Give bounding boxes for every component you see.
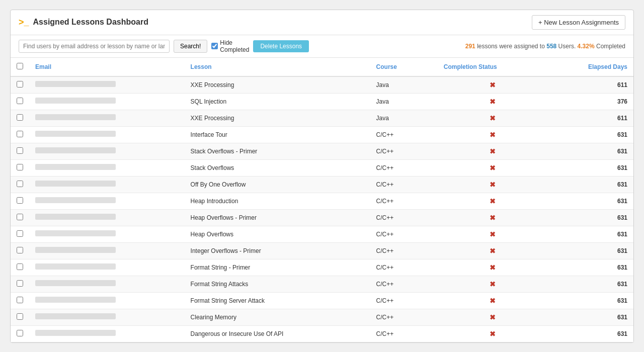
row-checkbox[interactable] [17, 147, 23, 154]
row-course-cell: C/C++ [370, 209, 438, 226]
table-wrapper: Email Lesson Course Completion Status El… [11, 58, 633, 342]
row-check-cell [11, 242, 29, 259]
row-check-cell [11, 209, 29, 226]
row-checkbox[interactable] [17, 230, 23, 237]
table-row: Stack Overflows C/C++ ✖ 631 [11, 159, 633, 176]
row-course-cell: C/C++ [370, 259, 438, 276]
col-header-elapsed: Elapsed Days [547, 58, 633, 76]
email-blur [35, 297, 116, 303]
hide-completed-checkbox[interactable] [211, 43, 218, 49]
row-checkbox[interactable] [17, 297, 23, 303]
row-checkbox[interactable] [17, 164, 23, 170]
row-check-cell [11, 193, 29, 209]
row-course-cell: C/C++ [370, 242, 438, 259]
stat-completed: Completed [596, 43, 625, 50]
email-blur [35, 214, 116, 220]
email-blur [35, 164, 116, 170]
stat-prefix: lessons were assigned to [477, 43, 546, 50]
row-elapsed-cell: 631 [547, 176, 633, 193]
row-checkbox[interactable] [17, 131, 23, 137]
row-checkbox[interactable] [17, 114, 23, 121]
row-email-cell [29, 159, 185, 176]
row-course-cell: C/C++ [370, 159, 438, 176]
email-blur [35, 131, 116, 137]
row-checkbox[interactable] [17, 313, 23, 320]
row-course-cell: C/C++ [370, 309, 438, 325]
table-row: Heap Overflows - Primer C/C++ ✖ 631 [11, 209, 633, 226]
row-lesson-cell: Integer Overflows - Primer [185, 242, 370, 259]
row-check-cell [11, 93, 29, 110]
email-blur [35, 263, 116, 270]
row-check-cell [11, 259, 29, 276]
row-checkbox[interactable] [17, 197, 23, 204]
row-elapsed-cell: 631 [547, 276, 633, 292]
email-blur [35, 181, 116, 187]
table-row: Off By One Overflow C/C++ ✖ 631 [11, 176, 633, 193]
email-blur [35, 313, 116, 319]
email-blur [35, 247, 116, 253]
col-header-lesson: Lesson [185, 58, 370, 76]
row-status-cell: ✖ [438, 209, 547, 226]
row-course-cell: C/C++ [370, 193, 438, 209]
row-lesson-cell: Format String - Primer [185, 259, 370, 276]
row-email-cell [29, 292, 185, 309]
row-email-cell [29, 209, 185, 226]
row-check-cell [11, 159, 29, 176]
search-button[interactable]: Search! [174, 40, 207, 53]
new-lesson-button[interactable]: + New Lesson Assignments [532, 15, 625, 30]
row-lesson-cell: XXE Processing [185, 76, 370, 94]
status-x-icon: ✖ [490, 181, 496, 189]
row-checkbox[interactable] [17, 214, 23, 220]
row-email-cell [29, 242, 185, 259]
row-email-cell [29, 110, 185, 126]
lessons-table: Email Lesson Course Completion Status El… [11, 58, 633, 342]
row-checkbox[interactable] [17, 181, 23, 187]
row-checkbox[interactable] [17, 263, 23, 270]
row-course-cell: C/C++ [370, 126, 438, 143]
row-lesson-cell: Format String Attacks [185, 276, 370, 292]
stat-suffix: Users. [558, 43, 578, 50]
row-checkbox[interactable] [17, 81, 23, 87]
row-status-cell: ✖ [438, 259, 547, 276]
row-elapsed-cell: 631 [547, 325, 633, 342]
row-lesson-cell: Heap Introduction [185, 193, 370, 209]
row-check-cell [11, 76, 29, 94]
table-row: Interface Tour C/C++ ✖ 631 [11, 126, 633, 143]
row-course-cell: C/C++ [370, 276, 438, 292]
row-checkbox[interactable] [17, 330, 23, 336]
row-course-cell: C/C++ [370, 143, 438, 159]
row-lesson-cell: Dangerous or Insecure Use Of API [185, 325, 370, 342]
search-input[interactable] [19, 40, 170, 53]
row-checkbox[interactable] [17, 98, 23, 104]
header-left: >_ Assigned Lessons Dashboard [19, 17, 148, 28]
hide-completed-label[interactable]: HideCompleted [211, 39, 249, 53]
row-check-cell [11, 110, 29, 126]
row-status-cell: ✖ [438, 276, 547, 292]
row-status-cell: ✖ [438, 143, 547, 159]
row-elapsed-cell: 376 [547, 93, 633, 110]
row-elapsed-cell: 631 [547, 126, 633, 143]
row-elapsed-cell: 611 [547, 76, 633, 94]
row-status-cell: ✖ [438, 126, 547, 143]
row-checkbox[interactable] [17, 247, 23, 253]
status-x-icon: ✖ [490, 247, 496, 255]
table-row: Format String - Primer C/C++ ✖ 631 [11, 259, 633, 276]
row-status-cell: ✖ [438, 309, 547, 325]
table-row: XXE Processing Java ✖ 611 [11, 110, 633, 126]
status-x-icon: ✖ [490, 197, 496, 205]
row-elapsed-cell: 631 [547, 242, 633, 259]
row-lesson-cell: Clearing Memory [185, 309, 370, 325]
table-row: Stack Overflows - Primer C/C++ ✖ 631 [11, 143, 633, 159]
row-lesson-cell: Heap Overflows - Primer [185, 209, 370, 226]
row-lesson-cell: Heap Overflows [185, 226, 370, 242]
delete-lessons-button[interactable]: Delete Lessons [253, 40, 309, 52]
col-header-check [11, 58, 29, 76]
select-all-checkbox[interactable] [17, 63, 23, 69]
row-course-cell: Java [370, 110, 438, 126]
status-x-icon: ✖ [490, 131, 496, 139]
row-elapsed-cell: 611 [547, 110, 633, 126]
row-checkbox[interactable] [17, 280, 23, 287]
table-row: Heap Introduction C/C++ ✖ 631 [11, 193, 633, 209]
page-container: >_ Assigned Lessons Dashboard + New Less… [10, 10, 634, 343]
table-row: Clearing Memory C/C++ ✖ 631 [11, 309, 633, 325]
